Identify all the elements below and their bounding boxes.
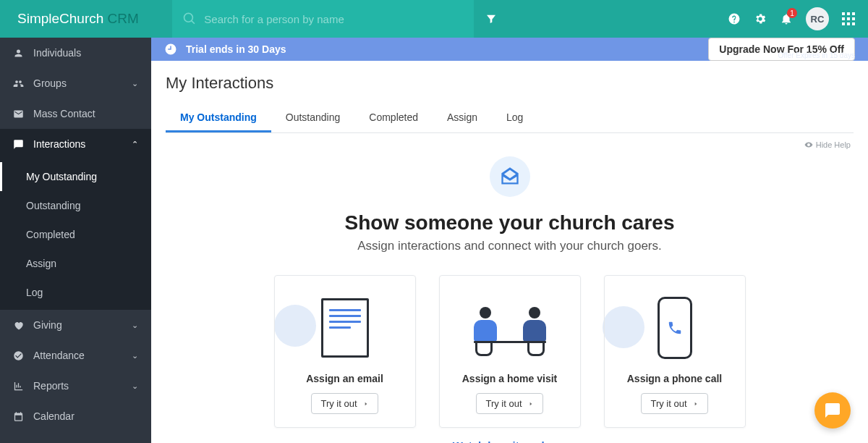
nav-label: Interactions (33, 138, 85, 150)
person-icon (13, 48, 26, 59)
chevron-right-icon (693, 401, 699, 407)
filter-button[interactable] (474, 0, 509, 38)
nav-reports[interactable]: Reports ⌄ (0, 371, 151, 401)
svg-line-1 (192, 21, 195, 24)
notification-badge: 1 (787, 8, 797, 18)
settings-icon[interactable] (754, 12, 767, 25)
nav-groups[interactable]: Groups ⌄ (0, 68, 151, 98)
phone-illustration (624, 293, 726, 363)
nav-label: Giving (33, 319, 62, 331)
chat-fab[interactable] (814, 392, 851, 429)
svg-point-0 (184, 13, 193, 22)
trial-banner: Trial ends in 30 Days Upgrade Now For 15… (151, 38, 868, 61)
chart-icon (13, 381, 26, 392)
hide-help-link[interactable]: Hide Help (151, 133, 868, 149)
banner-text: Trial ends in 30 Days (186, 43, 286, 55)
chevron-down-icon: ⌄ (132, 321, 138, 330)
apps-icon[interactable] (842, 12, 855, 25)
nav-label: Individuals (33, 47, 81, 59)
cards-row: Assign an email Try it out Assign a home… (151, 253, 868, 435)
people-icon (13, 78, 26, 89)
tab-assign[interactable]: Assign (433, 104, 492, 132)
search-container (172, 0, 474, 38)
watch-how-link[interactable]: Watch how it works ▭ (151, 435, 868, 443)
hero-section: Show someone your church cares Assign in… (151, 149, 868, 253)
help-icon[interactable] (728, 12, 741, 25)
nav-individuals[interactable]: Individuals (0, 38, 151, 68)
nav-giving[interactable]: Giving ⌄ (0, 310, 151, 340)
mail-icon (13, 109, 26, 119)
card-assign-visit: Assign a home visit Try it out (439, 275, 581, 428)
chevron-down-icon: ⌄ (132, 351, 138, 360)
eye-icon (804, 140, 813, 149)
visit-illustration (459, 293, 561, 363)
main-content: Trial ends in 30 Days Upgrade Now For 15… (151, 38, 868, 443)
tab-completed[interactable]: Completed (354, 104, 433, 132)
app-logo[interactable]: SimpleChurch CRM (0, 11, 172, 27)
sidebar: Individuals Groups ⌄ Mass Contact Intera… (0, 38, 151, 443)
chat-bubble-icon (824, 402, 841, 419)
search-input[interactable] (204, 13, 464, 25)
card-title: Assign an email (286, 373, 404, 384)
email-illustration (294, 293, 396, 363)
chevron-up-icon: ⌃ (132, 140, 138, 149)
try-visit-button[interactable]: Try it out (476, 393, 542, 414)
clock-icon (164, 43, 177, 56)
video-icon: ▭ (556, 439, 566, 443)
phone-handset-icon (667, 320, 683, 336)
tab-my-outstanding[interactable]: My Outstanding (166, 104, 271, 132)
interactions-submenu: My Outstanding Outstanding Completed Ass… (0, 159, 151, 310)
chevron-down-icon: ⌄ (132, 79, 138, 88)
nav-interactions[interactable]: Interactions ⌃ (0, 129, 151, 159)
card-title: Assign a home visit (451, 373, 569, 384)
nav-label: Attendance (33, 350, 85, 361)
banner-subtext: Offer Expires in 15 days (778, 51, 855, 59)
nav-label: Mass Contact (33, 108, 95, 119)
card-assign-call: Assign a phone call Try it out (604, 275, 746, 428)
try-email-button[interactable]: Try it out (311, 393, 378, 414)
tab-log[interactable]: Log (492, 104, 537, 132)
card-title: Assign a phone call (616, 373, 733, 384)
envelope-open-icon (490, 156, 530, 197)
sub-completed[interactable]: Completed (0, 220, 151, 249)
nav-label: Reports (33, 380, 69, 392)
check-circle-icon (13, 350, 26, 361)
search-icon (182, 11, 197, 27)
try-call-button[interactable]: Try it out (641, 393, 707, 414)
chevron-down-icon: ⌄ (132, 381, 138, 391)
heart-icon (13, 320, 26, 331)
sub-outstanding[interactable]: Outstanding (0, 191, 151, 220)
nav-label: Groups (33, 77, 67, 89)
notifications-icon[interactable]: 1 (780, 12, 793, 25)
header-actions: 1 RC (728, 7, 868, 30)
card-assign-email: Assign an email Try it out (274, 275, 416, 428)
nav-label: Calendar (33, 410, 75, 422)
nav-attendance[interactable]: Attendance ⌄ (0, 340, 151, 371)
chat-icon (13, 139, 26, 150)
nav-mass-contact[interactable]: Mass Contact (0, 98, 151, 129)
page-title: My Interactions (166, 74, 854, 93)
nav-calendar[interactable]: Calendar (0, 401, 151, 431)
chevron-right-icon (528, 401, 534, 407)
sub-my-outstanding[interactable]: My Outstanding (0, 162, 151, 191)
tab-outstanding[interactable]: Outstanding (271, 104, 355, 132)
user-avatar[interactable]: RC (806, 7, 829, 30)
sub-assign[interactable]: Assign (0, 249, 151, 278)
hero-sub: Assign interactions and connect with you… (166, 239, 854, 253)
calendar-icon (13, 411, 26, 422)
app-header: SimpleChurch CRM 1 RC (0, 0, 868, 38)
hero-heading: Show someone your church cares (166, 211, 854, 235)
chevron-right-icon (363, 401, 369, 407)
tab-bar: My Outstanding Outstanding Completed Ass… (166, 104, 854, 133)
sub-log[interactable]: Log (0, 278, 151, 307)
